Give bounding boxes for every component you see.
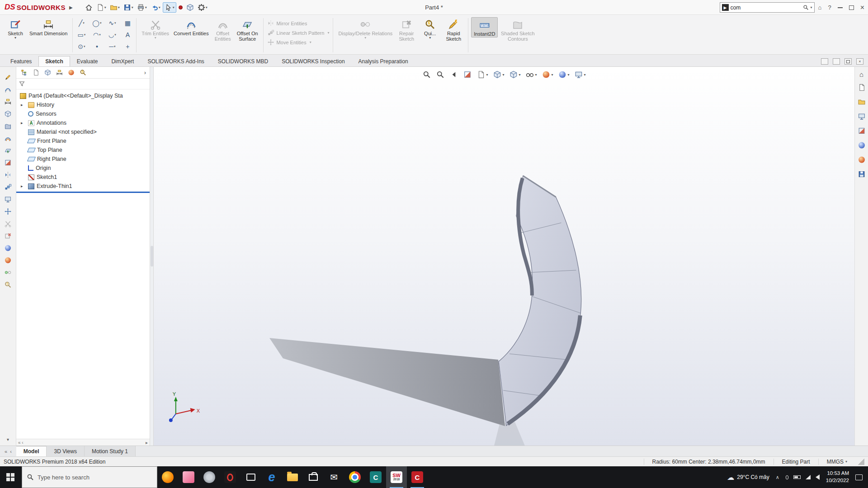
tool-icon-appearance[interactable]: [4, 244, 13, 252]
select-tool-button[interactable]: ▾: [163, 2, 176, 13]
section-view-button[interactable]: [462, 70, 472, 80]
quick-snaps-button[interactable]: Qui... ▾: [418, 17, 442, 40]
caret-icon[interactable]: ▾: [155, 36, 156, 40]
mirror-entities-button[interactable]: Mirror Entities: [267, 20, 330, 27]
tree-item-annotations[interactable]: ▸ A Annotations: [16, 118, 150, 127]
fillet-tool[interactable]: ⊙▾: [74, 41, 89, 52]
app-c-red[interactable]: C: [407, 466, 428, 488]
tree-item-top-plane[interactable]: Top Plane: [16, 145, 150, 155]
tool-icon-draft[interactable]: [4, 207, 13, 216]
tree-item-material[interactable]: Material <not specified>: [16, 127, 150, 136]
print-button[interactable]: ▾: [136, 3, 148, 12]
panel-splitter[interactable]: [150, 67, 154, 446]
app-opera[interactable]: [220, 466, 241, 488]
tree-item-right-plane[interactable]: Right Plane: [16, 155, 150, 164]
document-minimize-button[interactable]: [833, 58, 840, 65]
text-tool[interactable]: A: [120, 29, 135, 41]
menu-expand-icon[interactable]: ▶: [69, 5, 73, 10]
app-chrome[interactable]: [344, 466, 365, 488]
search-input[interactable]: [731, 5, 801, 11]
battery-tray-icon[interactable]: [793, 475, 801, 479]
action-center-icon[interactable]: [855, 474, 863, 480]
dimxpertmanager-tab[interactable]: [55, 69, 63, 76]
tray-overflow-icon[interactable]: ∧: [776, 474, 779, 480]
undo-button[interactable]: ▾: [149, 3, 162, 12]
propertymanager-tab[interactable]: [32, 69, 40, 76]
scroll-left-icon[interactable]: «: [18, 440, 21, 445]
app-file-explorer[interactable]: [282, 466, 303, 488]
caret-icon[interactable]: ▾: [327, 31, 329, 35]
caret-icon[interactable]: ▾: [118, 5, 120, 9]
tool-icon-pattern[interactable]: [4, 183, 13, 191]
minimize-button[interactable]: [838, 7, 843, 8]
tab-solidworks-mbd[interactable]: SOLIDWORKS MBD: [211, 56, 275, 66]
zoom-to-area-button[interactable]: [435, 70, 445, 80]
edit-appearance-button[interactable]: ▾: [541, 70, 554, 80]
model-canvas[interactable]: Y X: [154, 67, 854, 446]
shaded-sketch-contours-button[interactable]: Shaded Sketch Contours: [498, 17, 538, 42]
tab-sketch[interactable]: Sketch: [38, 56, 70, 66]
document-close-button[interactable]: ×: [856, 58, 863, 65]
tabs-scroll-start-icon[interactable]: «: [5, 449, 7, 454]
tree-item-sensors[interactable]: Sensors: [16, 109, 150, 118]
options-button[interactable]: ▾: [196, 3, 209, 12]
app-photos[interactable]: [178, 466, 199, 488]
hide-show-items-button[interactable]: ▾: [524, 70, 538, 80]
displaymanager-tab[interactable]: [67, 69, 75, 76]
view-orientation-button[interactable]: ▾: [492, 70, 505, 80]
offset-entities-button[interactable]: Offset Entities: [211, 17, 235, 42]
tab-analysis-preparation[interactable]: Analysis Preparation: [352, 56, 415, 66]
clock[interactable]: 10:53 AM 10/2/2022: [826, 470, 849, 484]
repair-sketch-button[interactable]: Repair Sketch: [395, 17, 418, 42]
more-tools-icon[interactable]: ▾: [7, 437, 9, 442]
caret-icon[interactable]: ▾: [173, 5, 175, 9]
weather-widget[interactable]: ☁ 29°C Có mây: [727, 473, 769, 482]
tab-features[interactable]: Features: [4, 56, 38, 66]
caret-icon[interactable]: ▾: [310, 41, 311, 44]
tab-solidworks-addins[interactable]: SOLIDWORKS Add-Ins: [141, 56, 211, 66]
macro-record-button[interactable]: [177, 5, 184, 10]
close-button[interactable]: ×: [860, 4, 864, 12]
tool-icon-sketch[interactable]: [4, 73, 13, 81]
task-view-button[interactable]: [241, 466, 261, 488]
solidworks-logo[interactable]: DS SOLIDWORKS: [5, 3, 66, 12]
app-solidworks[interactable]: SW 2018: [386, 466, 407, 488]
apply-scene-button[interactable]: ▾: [557, 70, 571, 80]
tree-root-part[interactable]: Part4 (Default<<Default>_Display Sta: [16, 91, 150, 100]
tool-icon-scene[interactable]: [4, 256, 13, 264]
rectangle-tool[interactable]: ▭▾: [74, 29, 89, 41]
document-restore-button[interactable]: [844, 58, 852, 65]
caret-icon[interactable]: ▾: [429, 36, 431, 40]
tool-icon-extrude[interactable]: [4, 110, 13, 118]
tree-item-extrude-thin1[interactable]: ▸ Extrude-Thin1: [16, 182, 150, 191]
tree-item-history[interactable]: ▸ History: [16, 100, 150, 109]
caret-icon[interactable]: ▾: [14, 36, 16, 40]
caret-icon[interactable]: ▾: [206, 5, 208, 9]
tabs-scroll-left-icon[interactable]: ‹: [10, 449, 12, 454]
scenes-icon[interactable]: [858, 156, 866, 165]
sw-home-icon[interactable]: ⌂: [818, 4, 822, 11]
view-palette-icon[interactable]: [858, 127, 866, 136]
scroll-right-icon[interactable]: ▸: [146, 440, 148, 445]
tool-icon-dimension[interactable]: [4, 98, 13, 106]
ceeanalysis-tab[interactable]: [79, 69, 87, 76]
tree-item-origin[interactable]: Origin: [16, 164, 150, 173]
tool-icon-surface[interactable]: [4, 159, 13, 167]
tool-icon-quick-snap[interactable]: [4, 281, 13, 289]
mic-tray-icon[interactable]: [786, 475, 788, 479]
tool-icon-loft[interactable]: [4, 146, 13, 155]
app-store[interactable]: [303, 466, 324, 488]
arc-tool[interactable]: ◠▾: [89, 29, 104, 41]
model-body[interactable]: [499, 176, 581, 426]
line-tool[interactable]: ╱▾: [74, 17, 89, 29]
annotation-views-button[interactable]: ▾: [476, 70, 489, 80]
view-settings-button[interactable]: ▾: [574, 70, 587, 80]
save-button[interactable]: ▾: [122, 3, 135, 12]
tree-item-front-plane[interactable]: Front Plane: [16, 136, 150, 145]
zoom-to-fit-button[interactable]: [421, 70, 432, 80]
search-scope-icon[interactable]: ▶: [722, 4, 729, 11]
caret-icon[interactable]: ▾: [364, 36, 366, 40]
new-document-button[interactable]: ▾: [95, 3, 108, 12]
caret-icon[interactable]: ▾: [159, 5, 160, 9]
smart-dimension-button[interactable]: Smart Dimension: [27, 17, 70, 37]
